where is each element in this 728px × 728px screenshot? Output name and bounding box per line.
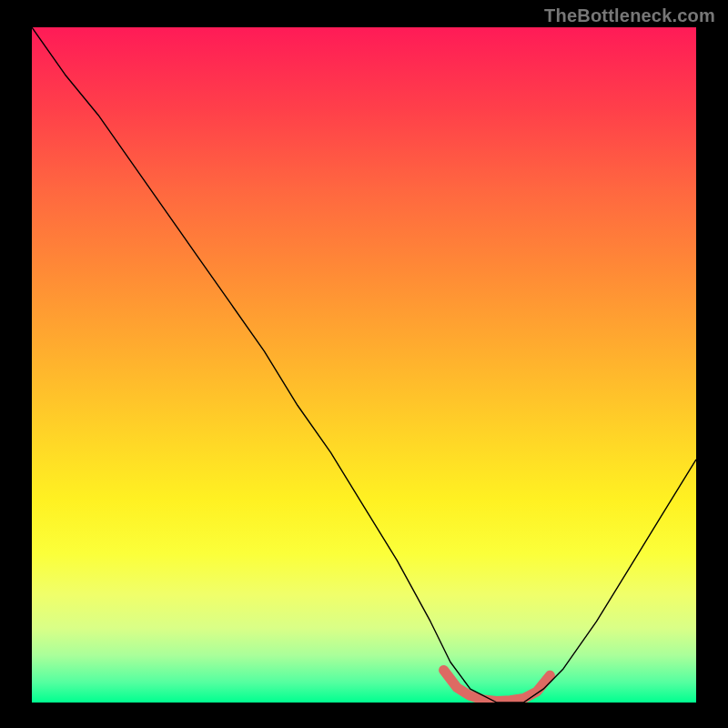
chart-frame: TheBottleneck.com <box>0 0 728 728</box>
plot-area <box>32 27 696 703</box>
curve-layer <box>32 27 696 703</box>
watermark-text: TheBottleneck.com <box>544 5 715 26</box>
bottleneck-curve-path <box>32 27 696 703</box>
